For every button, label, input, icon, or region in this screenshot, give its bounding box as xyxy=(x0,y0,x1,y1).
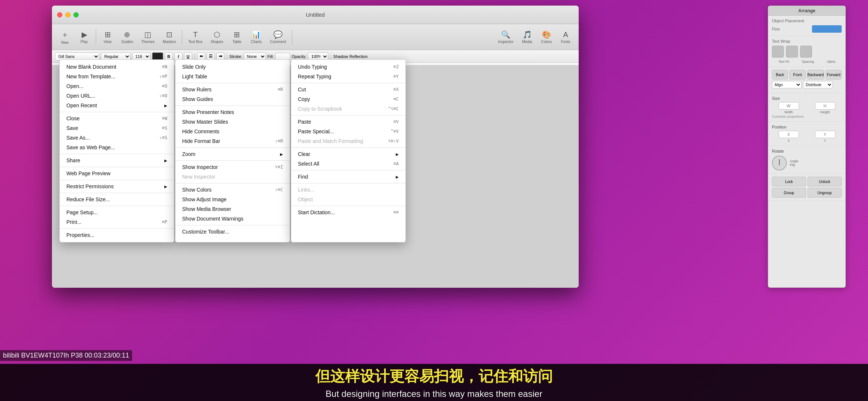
menu-item-close[interactable]: Close⌘W xyxy=(60,114,174,123)
toolbar-guides[interactable]: ⊕ Guides xyxy=(118,29,137,45)
fill-swatch[interactable] xyxy=(275,53,290,60)
menu-separator xyxy=(60,206,174,206)
toolbar-textbox[interactable]: T Text Box xyxy=(184,29,206,45)
menu-item-customize-toolbar---[interactable]: Customize Toolbar... xyxy=(175,227,290,237)
forward-button[interactable]: Forward xyxy=(826,70,842,79)
y-input[interactable] xyxy=(815,131,835,138)
menu-item-label: Zoom xyxy=(182,151,195,157)
toolbar-colors[interactable]: 🎨 Colors xyxy=(537,29,556,45)
menu-separator xyxy=(60,180,174,180)
menu-shortcut: ⌘S xyxy=(162,125,167,131)
toolbar-charts[interactable]: 📊 Charts xyxy=(247,29,266,45)
menu-item-hide-comments[interactable]: Hide Comments xyxy=(175,127,290,136)
menu-item-zoom[interactable]: Zoom xyxy=(175,149,290,159)
shadow-label: Shadow xyxy=(333,54,348,59)
menu-separator xyxy=(175,105,290,106)
distribute-select[interactable]: Distribute xyxy=(803,81,833,88)
toolbar-shapes[interactable]: ⬡ Shapes xyxy=(207,29,227,45)
ungroup-button[interactable]: Ungroup xyxy=(808,188,842,198)
menu-item-show-guides[interactable]: Show Guides xyxy=(175,94,290,104)
opacity-label: Opacity: xyxy=(292,54,306,59)
menu-item-page-setup---[interactable]: Page Setup... xyxy=(60,208,174,217)
menu-item-properties---[interactable]: Properties... xyxy=(60,230,174,240)
menu-item-new-blank-document[interactable]: New Blank Document⌘N xyxy=(60,62,174,72)
menu-item-show-document-warnings[interactable]: Show Document Warnings xyxy=(175,214,290,224)
toolbar-fonts[interactable]: A Fonts xyxy=(556,29,575,45)
menu-item-share[interactable]: Share xyxy=(60,156,174,165)
front-button[interactable]: Front xyxy=(789,70,805,79)
align-select[interactable]: Align xyxy=(772,81,802,88)
minimize-button[interactable] xyxy=(65,12,70,17)
menu-item-reduce-file-size---[interactable]: Reduce File Size... xyxy=(60,195,174,204)
toolbar-comment[interactable]: 💬 Comment xyxy=(266,29,290,45)
menu-item-clear[interactable]: Clear xyxy=(291,149,405,159)
height-input[interactable] xyxy=(815,102,835,110)
menu-item-hide-format-bar[interactable]: Hide Format Bar⇧⌘R xyxy=(175,136,290,146)
menu-item-cut[interactable]: Cut⌘X xyxy=(291,85,405,94)
media-label: Media xyxy=(522,40,532,44)
menu-item-paste-special---[interactable]: Paste Special...^⌘V xyxy=(291,127,405,136)
menu-item-label: Show Document Warnings xyxy=(182,216,243,222)
menu-item-show-rulers[interactable]: Show Rulers⌘R xyxy=(175,85,290,94)
menu-item-save[interactable]: Save⌘S xyxy=(60,123,174,133)
menu-item-new-from-template---[interactable]: New from Template...⇧⌘P xyxy=(60,72,174,81)
menu-item-save-as---[interactable]: Save As...⇧⌘S xyxy=(60,133,174,143)
unlock-button[interactable]: Unlock xyxy=(808,177,842,186)
title-bar: Untitled xyxy=(52,6,579,24)
menu-item-copy[interactable]: Copy⌘C xyxy=(291,94,405,104)
close-button[interactable] xyxy=(57,12,62,17)
toolbar-themes[interactable]: ◫ Themes xyxy=(138,29,158,45)
menu-item-light-table[interactable]: Light Table xyxy=(175,72,290,81)
toolbar-view[interactable]: ⊞ View xyxy=(98,29,117,45)
rotate-dial[interactable] xyxy=(772,156,787,170)
x-input[interactable] xyxy=(779,131,799,138)
menu-item-show-presenter-notes[interactable]: Show Presenter Notes xyxy=(175,107,290,117)
toolbar-media[interactable]: 🎵 Media xyxy=(518,29,536,45)
toolbar-play[interactable]: ▶ Play xyxy=(75,29,93,45)
menu-item-open-url---[interactable]: Open URL...⇧⌘O xyxy=(60,91,174,101)
group-button[interactable]: Group xyxy=(772,188,806,198)
menu-item-label: Show Inspector xyxy=(182,164,218,170)
menu-item-undo-typing[interactable]: Undo Typing⌘Z xyxy=(291,62,405,72)
menu-item-open-recent[interactable]: Open Recent xyxy=(60,101,174,110)
flow-button[interactable] xyxy=(812,25,842,33)
menu-shortcut: ⌥⌘⇧V xyxy=(388,138,399,144)
menu-item-start-dictation---[interactable]: Start Dictation...⌘⌘ xyxy=(291,208,405,217)
menu-item-label: Paste xyxy=(298,119,311,125)
menu-shortcut: ^⌘V xyxy=(391,129,399,134)
toolbar-inspector[interactable]: 🔍 Inspector xyxy=(494,29,517,45)
menu-item-show-media-browser[interactable]: Show Media Browser xyxy=(175,204,290,214)
toolbar-table[interactable]: ⊞ Table xyxy=(228,29,246,45)
menu-item-web-page-preview[interactable]: Web Page Preview xyxy=(60,169,174,178)
menu-item-paste[interactable]: Paste⌘V xyxy=(291,117,405,127)
spacing-icon[interactable] xyxy=(786,46,798,58)
backward-button[interactable]: Backward xyxy=(807,70,824,79)
menu-item-save-as-web-page---[interactable]: Save as Web Page... xyxy=(60,143,174,152)
zoom-button[interactable] xyxy=(73,12,79,17)
menu-item-show-master-slides[interactable]: Show Master Slides xyxy=(175,117,290,127)
menu-item-show-inspector[interactable]: Show Inspector⌥⌘I xyxy=(175,162,290,172)
menu-item-restrict-permissions[interactable]: Restrict Permissions xyxy=(60,182,174,191)
menu-item-show-adjust-image[interactable]: Show Adjust Image xyxy=(175,195,290,204)
view-menu: Slide OnlyLight TableShow Rulers⌘RShow G… xyxy=(175,59,290,242)
alpha-icon[interactable] xyxy=(800,46,812,58)
menu-shortcut: ⇧⌘C xyxy=(275,187,283,192)
menu-item-select-all[interactable]: Select All⌘A xyxy=(291,159,405,169)
toolbar-masters[interactable]: ⊡ Masters xyxy=(159,29,180,45)
menu-item-find[interactable]: Find xyxy=(291,172,405,182)
lock-button[interactable]: Lock xyxy=(772,177,806,186)
text-fit-icon[interactable] xyxy=(772,46,784,58)
fill-label: Fill: xyxy=(267,54,274,59)
back-button[interactable]: Back xyxy=(772,70,788,79)
menu-item-label: Paste and Match Formatting xyxy=(298,138,363,144)
menu-shortcut: ⌘A xyxy=(394,161,399,166)
toolbar-new[interactable]: ＋ New xyxy=(56,28,74,46)
menu-item-open---[interactable]: Open...⌘O xyxy=(60,81,174,91)
themes-label: Themes xyxy=(141,40,155,44)
menu-item-repeat-typing[interactable]: Repeat Typing⌘Y xyxy=(291,72,405,81)
textbox-label: Text Box xyxy=(188,40,202,44)
menu-item-print---[interactable]: Print...⌘P xyxy=(60,217,174,227)
menu-item-slide-only[interactable]: Slide Only xyxy=(175,62,290,72)
width-input[interactable] xyxy=(779,102,799,110)
menu-item-show-colors[interactable]: Show Colors⇧⌘C xyxy=(175,185,290,195)
